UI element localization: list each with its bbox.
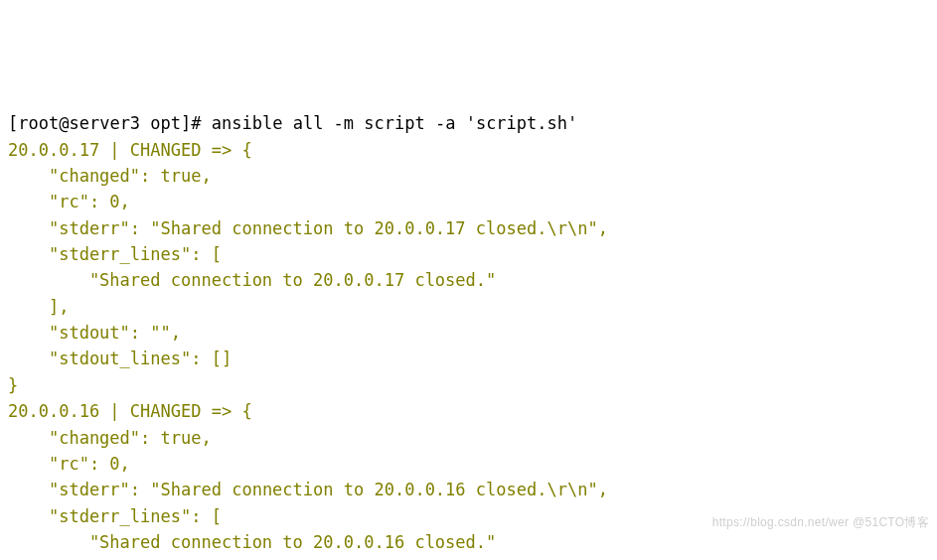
json-key: "stderr" bbox=[8, 218, 130, 238]
json-val: : [] bbox=[191, 349, 232, 368]
json-val: : 0, bbox=[89, 192, 130, 211]
json-open: : [ bbox=[191, 506, 222, 526]
host-ip: 20.0.0.16 bbox=[8, 401, 99, 421]
json-key: "changed" bbox=[8, 428, 140, 448]
command-text: ansible all -m script -a 'script.sh' bbox=[212, 113, 577, 133]
json-key: "rc" bbox=[8, 192, 89, 211]
prompt-at: @ bbox=[59, 113, 69, 133]
json-key: "stderr" bbox=[8, 480, 130, 499]
host-arrow: => { bbox=[202, 140, 252, 160]
host-arrow: => { bbox=[202, 401, 252, 421]
json-close: ], bbox=[8, 297, 69, 317]
json-array-item: "Shared connection to 20.0.0.16 closed." bbox=[8, 532, 496, 552]
prompt-hash: # bbox=[191, 113, 211, 133]
host-status: CHANGED bbox=[130, 140, 202, 160]
host-ip: 20.0.0.17 bbox=[8, 140, 99, 160]
json-val: : 0, bbox=[89, 454, 130, 474]
prompt-open: [ bbox=[8, 113, 18, 133]
json-key: "stdout_lines" bbox=[8, 349, 191, 368]
prompt-user: root bbox=[18, 113, 59, 133]
json-array-item: "Shared connection to 20.0.0.17 closed." bbox=[8, 270, 496, 290]
json-val: : "", bbox=[130, 323, 181, 343]
json-open: : [ bbox=[191, 244, 222, 264]
json-key: "stdout" bbox=[8, 323, 130, 343]
json-close-brace: } bbox=[8, 375, 18, 395]
json-key: "changed" bbox=[8, 166, 140, 186]
json-key: "stderr_lines" bbox=[8, 506, 191, 526]
host-status: CHANGED bbox=[130, 401, 202, 421]
json-val: : true, bbox=[140, 428, 212, 448]
host-sep: | bbox=[99, 140, 130, 160]
json-val: : "Shared connection to 20.0.0.16 closed… bbox=[130, 480, 608, 499]
prompt-cwd: opt bbox=[140, 113, 181, 133]
terminal-output[interactable]: [root@server3 opt]# ansible all -m scrip… bbox=[8, 110, 929, 560]
json-key: "stderr_lines" bbox=[8, 244, 191, 264]
host-sep: | bbox=[99, 401, 130, 421]
prompt-host: server3 bbox=[69, 113, 140, 133]
json-key: "rc" bbox=[8, 454, 89, 474]
watermark-text: https://blog.csdn.net/wer @51CTO博客 bbox=[712, 513, 929, 532]
json-val: : true, bbox=[140, 166, 212, 186]
json-val: : "Shared connection to 20.0.0.17 closed… bbox=[130, 218, 608, 238]
prompt-close: ] bbox=[181, 113, 191, 133]
